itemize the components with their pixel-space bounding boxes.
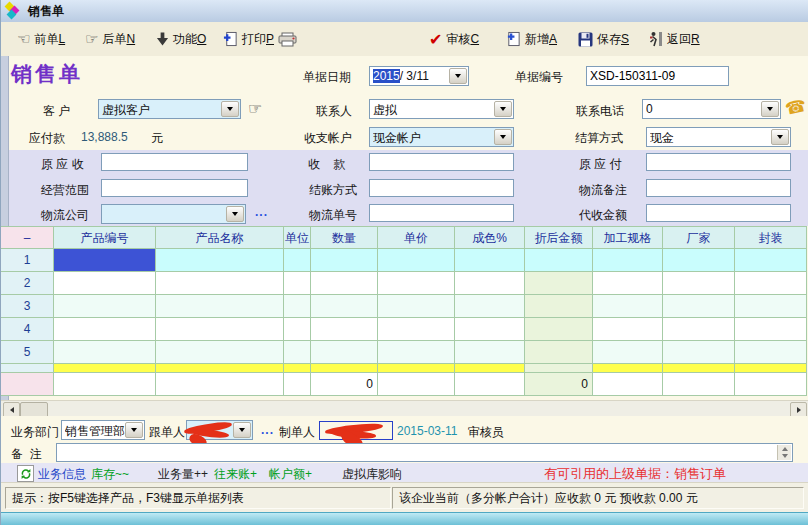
grid-cell[interactable] (663, 341, 735, 364)
return-button[interactable]: 返回R (649, 22, 700, 56)
new-button[interactable]: 新增A (506, 22, 557, 56)
follow-combo[interactable] (186, 420, 253, 440)
highlight-row-cell[interactable] (663, 364, 735, 373)
logistics-co-combo[interactable] (101, 204, 246, 224)
date-combo[interactable]: 2015/ 3/11 (369, 66, 469, 86)
grid-cell[interactable] (525, 318, 593, 341)
next-doc-button[interactable]: ☞ 后单N (85, 22, 135, 56)
grid-cell[interactable] (735, 249, 807, 272)
orig-receivable-input[interactable] (101, 153, 248, 171)
dropdown-button[interactable] (233, 422, 251, 438)
grid-cell[interactable] (284, 295, 311, 318)
dropdown-button[interactable] (226, 206, 244, 222)
phone-icon[interactable]: ☎ (783, 95, 808, 119)
follow-more-link[interactable]: ... (261, 423, 274, 437)
grid-cell[interactable] (525, 249, 593, 272)
virtual-stock-link[interactable]: 虚拟库影响 (342, 466, 402, 483)
grid-cell[interactable] (284, 272, 311, 295)
grid-cell[interactable] (284, 341, 311, 364)
highlight-row-cell[interactable] (593, 364, 663, 373)
maker-field[interactable] (319, 421, 393, 440)
refresh-icon[interactable] (17, 465, 34, 482)
audit-button[interactable]: ✔ 审核C (429, 22, 479, 56)
grid-cell[interactable] (593, 318, 663, 341)
grid-cell[interactable] (735, 295, 807, 318)
receipt-input[interactable] (369, 153, 514, 171)
dropdown-button[interactable] (125, 422, 143, 438)
highlight-row-cell[interactable] (156, 364, 284, 373)
logistics-note-input[interactable] (646, 179, 791, 197)
grid-cell[interactable] (156, 341, 284, 364)
orig-payable-input[interactable] (646, 153, 791, 171)
account-combo[interactable]: 现金帐户 (369, 127, 514, 147)
grid-cell[interactable] (378, 318, 455, 341)
grid-cell[interactable] (311, 318, 378, 341)
selected-cell[interactable] (54, 249, 156, 272)
grid-cell[interactable] (378, 295, 455, 318)
logistics-no-input[interactable] (369, 204, 514, 222)
grid-cell[interactable] (284, 318, 311, 341)
customer-combo[interactable]: 虚拟客户 (98, 99, 241, 119)
note-spinner[interactable] (777, 445, 791, 460)
highlight-row-cell[interactable] (311, 364, 378, 373)
grid-cell[interactable] (54, 295, 156, 318)
grid-cell[interactable] (735, 341, 807, 364)
grid-cell[interactable] (378, 249, 455, 272)
dropdown-button[interactable] (221, 101, 239, 117)
grid-cell[interactable] (156, 272, 284, 295)
grid-cell[interactable] (156, 249, 284, 272)
functions-button[interactable]: 功能O (156, 22, 206, 56)
prev-doc-button[interactable]: ☜ 前单L (17, 22, 65, 56)
grid-cell[interactable] (663, 295, 735, 318)
highlight-row-cell[interactable] (455, 364, 525, 373)
highlight-row-cell[interactable] (284, 364, 311, 373)
grid-cell[interactable] (663, 249, 735, 272)
dept-combo[interactable]: 销售管理部 (61, 420, 145, 440)
printer-button[interactable] (278, 22, 297, 56)
stock-link[interactable]: 库存~~ (91, 466, 129, 483)
grid-cell[interactable] (455, 341, 525, 364)
grid-cell[interactable] (54, 272, 156, 295)
settle-combo[interactable]: 现金 (646, 127, 791, 147)
logistics-more-link[interactable]: ... (255, 205, 268, 219)
save-button[interactable]: 保存S (578, 22, 629, 56)
dropdown-button[interactable] (494, 129, 512, 145)
dropdown-button[interactable] (771, 129, 789, 145)
transactions-link[interactable]: 往来账+ (214, 466, 257, 483)
grid-cell[interactable] (455, 295, 525, 318)
grid-cell[interactable] (593, 249, 663, 272)
grid-cell[interactable] (455, 272, 525, 295)
collect-input[interactable] (646, 204, 791, 222)
grid-cell[interactable] (455, 318, 525, 341)
volume-link[interactable]: 业务量++ (158, 466, 208, 483)
horizontal-scrollbar[interactable] (1, 400, 808, 417)
closing-input[interactable] (369, 179, 514, 197)
scope-input[interactable] (101, 179, 248, 197)
grid-cell[interactable] (311, 249, 378, 272)
print-button[interactable]: 打印P (223, 22, 274, 56)
grid-cell[interactable] (593, 295, 663, 318)
grid-cell[interactable] (525, 295, 593, 318)
grid-cell[interactable] (663, 272, 735, 295)
highlight-row-cell[interactable] (378, 364, 455, 373)
grid-cell[interactable] (593, 341, 663, 364)
contact-combo[interactable]: 虚拟 (369, 99, 514, 119)
grid-cell[interactable] (311, 295, 378, 318)
grid-cell[interactable] (525, 341, 593, 364)
grid-cell[interactable] (378, 341, 455, 364)
grid-cell[interactable] (663, 318, 735, 341)
highlight-row-cell[interactable] (735, 364, 807, 373)
account-amount-link[interactable]: 帐户额+ (269, 466, 312, 483)
grid-cell[interactable] (54, 341, 156, 364)
phone-combo[interactable]: 0 (642, 99, 781, 119)
business-info-link[interactable]: 业务信息 (38, 466, 86, 483)
grid-cell[interactable] (284, 249, 311, 272)
dropdown-button[interactable] (494, 101, 512, 117)
highlight-row-cell[interactable] (525, 364, 593, 373)
doc-no-input[interactable] (586, 66, 729, 86)
dropdown-button[interactable] (449, 68, 467, 84)
grid-cell[interactable] (525, 272, 593, 295)
grid-cell[interactable] (311, 272, 378, 295)
grid-cell[interactable] (156, 295, 284, 318)
grid-cell[interactable] (311, 341, 378, 364)
